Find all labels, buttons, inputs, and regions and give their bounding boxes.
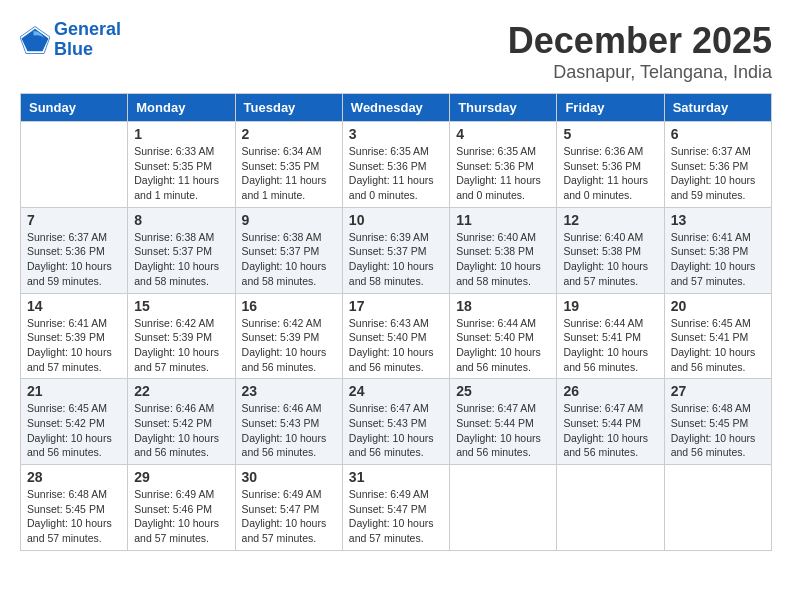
header-thursday: Thursday	[450, 94, 557, 122]
day-number: 16	[242, 298, 336, 314]
calendar-week-2: 7Sunrise: 6:37 AMSunset: 5:36 PMDaylight…	[21, 207, 772, 293]
day-number: 17	[349, 298, 443, 314]
day-number: 28	[27, 469, 121, 485]
cell-info: Sunrise: 6:38 AMSunset: 5:37 PMDaylight:…	[134, 230, 228, 289]
header-friday: Friday	[557, 94, 664, 122]
calendar-week-4: 21Sunrise: 6:45 AMSunset: 5:42 PMDayligh…	[21, 379, 772, 465]
day-number: 7	[27, 212, 121, 228]
cell-info: Sunrise: 6:36 AMSunset: 5:36 PMDaylight:…	[563, 144, 657, 203]
calendar-cell: 6Sunrise: 6:37 AMSunset: 5:36 PMDaylight…	[664, 122, 771, 208]
day-number: 14	[27, 298, 121, 314]
day-number: 6	[671, 126, 765, 142]
calendar-cell	[557, 465, 664, 551]
calendar-cell: 5Sunrise: 6:36 AMSunset: 5:36 PMDaylight…	[557, 122, 664, 208]
calendar-cell: 8Sunrise: 6:38 AMSunset: 5:37 PMDaylight…	[128, 207, 235, 293]
cell-info: Sunrise: 6:41 AMSunset: 5:38 PMDaylight:…	[671, 230, 765, 289]
cell-info: Sunrise: 6:47 AMSunset: 5:43 PMDaylight:…	[349, 401, 443, 460]
calendar-cell: 12Sunrise: 6:40 AMSunset: 5:38 PMDayligh…	[557, 207, 664, 293]
day-number: 29	[134, 469, 228, 485]
cell-info: Sunrise: 6:42 AMSunset: 5:39 PMDaylight:…	[134, 316, 228, 375]
logo-text: General Blue	[54, 20, 121, 60]
cell-info: Sunrise: 6:49 AMSunset: 5:47 PMDaylight:…	[349, 487, 443, 546]
calendar-cell: 4Sunrise: 6:35 AMSunset: 5:36 PMDaylight…	[450, 122, 557, 208]
day-number: 30	[242, 469, 336, 485]
cell-info: Sunrise: 6:34 AMSunset: 5:35 PMDaylight:…	[242, 144, 336, 203]
day-number: 12	[563, 212, 657, 228]
calendar-cell: 26Sunrise: 6:47 AMSunset: 5:44 PMDayligh…	[557, 379, 664, 465]
location-subtitle: Dasnapur, Telangana, India	[508, 62, 772, 83]
calendar-cell: 13Sunrise: 6:41 AMSunset: 5:38 PMDayligh…	[664, 207, 771, 293]
day-number: 26	[563, 383, 657, 399]
day-number: 11	[456, 212, 550, 228]
calendar-cell: 17Sunrise: 6:43 AMSunset: 5:40 PMDayligh…	[342, 293, 449, 379]
calendar-cell: 31Sunrise: 6:49 AMSunset: 5:47 PMDayligh…	[342, 465, 449, 551]
header-wednesday: Wednesday	[342, 94, 449, 122]
calendar-cell: 23Sunrise: 6:46 AMSunset: 5:43 PMDayligh…	[235, 379, 342, 465]
cell-info: Sunrise: 6:35 AMSunset: 5:36 PMDaylight:…	[349, 144, 443, 203]
header-sunday: Sunday	[21, 94, 128, 122]
cell-info: Sunrise: 6:40 AMSunset: 5:38 PMDaylight:…	[563, 230, 657, 289]
cell-info: Sunrise: 6:46 AMSunset: 5:42 PMDaylight:…	[134, 401, 228, 460]
calendar-cell: 19Sunrise: 6:44 AMSunset: 5:41 PMDayligh…	[557, 293, 664, 379]
calendar-cell: 29Sunrise: 6:49 AMSunset: 5:46 PMDayligh…	[128, 465, 235, 551]
calendar-header-row: SundayMondayTuesdayWednesdayThursdayFrid…	[21, 94, 772, 122]
cell-info: Sunrise: 6:37 AMSunset: 5:36 PMDaylight:…	[671, 144, 765, 203]
header-saturday: Saturday	[664, 94, 771, 122]
header: General Blue December 2025 Dasnapur, Tel…	[20, 20, 772, 83]
cell-info: Sunrise: 6:44 AMSunset: 5:40 PMDaylight:…	[456, 316, 550, 375]
cell-info: Sunrise: 6:41 AMSunset: 5:39 PMDaylight:…	[27, 316, 121, 375]
cell-info: Sunrise: 6:49 AMSunset: 5:47 PMDaylight:…	[242, 487, 336, 546]
title-area: December 2025 Dasnapur, Telangana, India	[508, 20, 772, 83]
header-monday: Monday	[128, 94, 235, 122]
calendar-cell: 27Sunrise: 6:48 AMSunset: 5:45 PMDayligh…	[664, 379, 771, 465]
cell-info: Sunrise: 6:48 AMSunset: 5:45 PMDaylight:…	[27, 487, 121, 546]
calendar-cell: 22Sunrise: 6:46 AMSunset: 5:42 PMDayligh…	[128, 379, 235, 465]
calendar-table: SundayMondayTuesdayWednesdayThursdayFrid…	[20, 93, 772, 551]
day-number: 22	[134, 383, 228, 399]
calendar-cell: 11Sunrise: 6:40 AMSunset: 5:38 PMDayligh…	[450, 207, 557, 293]
day-number: 2	[242, 126, 336, 142]
day-number: 3	[349, 126, 443, 142]
cell-info: Sunrise: 6:48 AMSunset: 5:45 PMDaylight:…	[671, 401, 765, 460]
calendar-cell	[450, 465, 557, 551]
day-number: 25	[456, 383, 550, 399]
cell-info: Sunrise: 6:49 AMSunset: 5:46 PMDaylight:…	[134, 487, 228, 546]
calendar-cell: 30Sunrise: 6:49 AMSunset: 5:47 PMDayligh…	[235, 465, 342, 551]
logo-line1: General	[54, 19, 121, 39]
calendar-cell: 7Sunrise: 6:37 AMSunset: 5:36 PMDaylight…	[21, 207, 128, 293]
calendar-cell: 16Sunrise: 6:42 AMSunset: 5:39 PMDayligh…	[235, 293, 342, 379]
day-number: 4	[456, 126, 550, 142]
calendar-week-5: 28Sunrise: 6:48 AMSunset: 5:45 PMDayligh…	[21, 465, 772, 551]
calendar-week-1: 1Sunrise: 6:33 AMSunset: 5:35 PMDaylight…	[21, 122, 772, 208]
day-number: 24	[349, 383, 443, 399]
cell-info: Sunrise: 6:43 AMSunset: 5:40 PMDaylight:…	[349, 316, 443, 375]
cell-info: Sunrise: 6:40 AMSunset: 5:38 PMDaylight:…	[456, 230, 550, 289]
day-number: 8	[134, 212, 228, 228]
cell-info: Sunrise: 6:45 AMSunset: 5:41 PMDaylight:…	[671, 316, 765, 375]
header-tuesday: Tuesday	[235, 94, 342, 122]
calendar-cell	[21, 122, 128, 208]
day-number: 18	[456, 298, 550, 314]
calendar-cell: 25Sunrise: 6:47 AMSunset: 5:44 PMDayligh…	[450, 379, 557, 465]
day-number: 1	[134, 126, 228, 142]
day-number: 5	[563, 126, 657, 142]
cell-info: Sunrise: 6:33 AMSunset: 5:35 PMDaylight:…	[134, 144, 228, 203]
calendar-cell: 24Sunrise: 6:47 AMSunset: 5:43 PMDayligh…	[342, 379, 449, 465]
logo-icon	[20, 25, 50, 55]
day-number: 9	[242, 212, 336, 228]
calendar-cell: 21Sunrise: 6:45 AMSunset: 5:42 PMDayligh…	[21, 379, 128, 465]
day-number: 10	[349, 212, 443, 228]
calendar-cell: 28Sunrise: 6:48 AMSunset: 5:45 PMDayligh…	[21, 465, 128, 551]
day-number: 20	[671, 298, 765, 314]
calendar-week-3: 14Sunrise: 6:41 AMSunset: 5:39 PMDayligh…	[21, 293, 772, 379]
month-title: December 2025	[508, 20, 772, 62]
cell-info: Sunrise: 6:42 AMSunset: 5:39 PMDaylight:…	[242, 316, 336, 375]
day-number: 31	[349, 469, 443, 485]
day-number: 21	[27, 383, 121, 399]
calendar-cell: 15Sunrise: 6:42 AMSunset: 5:39 PMDayligh…	[128, 293, 235, 379]
calendar-cell: 1Sunrise: 6:33 AMSunset: 5:35 PMDaylight…	[128, 122, 235, 208]
cell-info: Sunrise: 6:47 AMSunset: 5:44 PMDaylight:…	[563, 401, 657, 460]
calendar-cell: 10Sunrise: 6:39 AMSunset: 5:37 PMDayligh…	[342, 207, 449, 293]
calendar-cell: 9Sunrise: 6:38 AMSunset: 5:37 PMDaylight…	[235, 207, 342, 293]
cell-info: Sunrise: 6:46 AMSunset: 5:43 PMDaylight:…	[242, 401, 336, 460]
